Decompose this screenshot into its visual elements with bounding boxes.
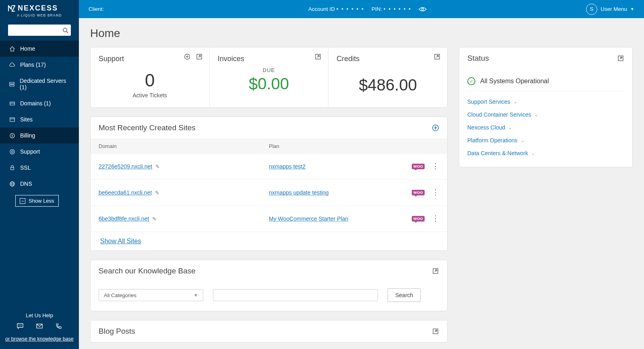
kebab-icon[interactable]: ⋮ — [432, 165, 439, 168]
popout-icon[interactable] — [196, 53, 203, 60]
kb-category-value: All Categories — [104, 292, 136, 298]
svg-point-16 — [19, 325, 19, 326]
popout-icon[interactable] — [432, 267, 439, 275]
home-icon — [9, 45, 15, 52]
nav-dns[interactable]: DNS — [0, 176, 79, 192]
svg-line-1 — [66, 31, 68, 33]
pencil-icon[interactable]: ✎ — [152, 216, 157, 222]
kb-search-button[interactable]: Search — [388, 288, 421, 302]
pencil-icon[interactable]: ✎ — [155, 164, 160, 170]
card-icon — [9, 100, 15, 107]
sidebar-search[interactable] — [8, 25, 71, 36]
status-item[interactable]: Support Services⌄ — [467, 95, 624, 108]
lifering-icon — [9, 148, 15, 155]
status-overall: ✓ All Systems Operational — [467, 75, 624, 91]
kebab-icon[interactable]: ⋮ — [432, 191, 439, 194]
caret-down-icon: ▼ — [630, 7, 634, 11]
section-title: Search our Knowledge Base — [99, 267, 196, 275]
popout-icon[interactable] — [617, 55, 624, 62]
nav: Home Plans (17) Dedicated Servers (1) Do… — [0, 41, 79, 307]
search-icon[interactable] — [62, 27, 68, 33]
status-item[interactable]: Cloud Container Services⌄ — [467, 108, 624, 121]
browse-kb-link[interactable]: or browse the knowledge base — [5, 336, 74, 342]
svg-rect-2 — [10, 82, 14, 84]
status-item[interactable]: Platform Operations⌄ — [467, 134, 624, 147]
invoice-amount: $0.00 — [218, 75, 320, 93]
due-label: DUE — [218, 67, 320, 73]
support-count: 0 — [99, 70, 201, 90]
logo: NEXCESS A LIQUID WEB BRAND — [0, 0, 79, 21]
site-domain-link[interactable]: 6be3bdf8fe.nxcli.net — [99, 216, 149, 222]
support-sublabel: Active Tickets — [99, 92, 201, 99]
section-title: Most Recently Created Sites — [99, 123, 196, 132]
status-item[interactable]: Data Centers & Network⌄ — [467, 147, 624, 160]
chat-icon[interactable] — [17, 322, 24, 330]
kb-category-select[interactable]: All Categories ▼ — [99, 289, 203, 301]
status-item[interactable]: Nexcess Cloud⌄ — [467, 121, 624, 134]
popout-icon[interactable] — [432, 328, 439, 335]
kb-search: Search our Knowledge Base All Categories… — [90, 260, 448, 311]
nav-plans[interactable]: Plans (17) — [0, 57, 79, 73]
nav-sites[interactable]: Sites — [0, 111, 79, 127]
chevron-down-icon: ⌄ — [508, 125, 512, 130]
site-plan-link[interactable]: nxmapps test2 — [269, 163, 305, 170]
nav-support[interactable]: Support — [0, 144, 79, 160]
cloud-icon — [9, 62, 15, 68]
chevron-down-icon: ⌄ — [531, 151, 535, 156]
svg-point-10 — [10, 149, 14, 154]
site-plan-link[interactable]: nxmapps update testing — [269, 189, 329, 196]
col-plan: Plan — [269, 143, 439, 149]
svg-point-0 — [63, 28, 66, 31]
check-circle-icon: ✓ — [467, 77, 475, 85]
nav-label: Plans (17) — [20, 62, 46, 68]
popout-icon[interactable] — [314, 53, 322, 60]
chevron-down-icon: ⌄ — [514, 99, 517, 105]
table-row: be6eecda61.nxcli.net ✎ nxmapps update te… — [91, 180, 447, 206]
kebab-icon[interactable]: ⋮ — [432, 217, 439, 220]
nav-label: Dedicated Servers (1) — [20, 78, 70, 90]
nav-dedicated[interactable]: Dedicated Servers (1) — [0, 73, 79, 95]
lock-icon — [9, 164, 15, 171]
avatar: S — [586, 4, 597, 15]
credit-amount: $486.00 — [336, 76, 439, 94]
table-header: Domain Plan — [91, 139, 447, 154]
sidebar-footer: Let Us Help or browse the knowledge base — [0, 307, 79, 349]
chevron-down-icon: ⌄ — [521, 138, 524, 143]
kb-search-input[interactable] — [213, 289, 378, 301]
site-domain-link[interactable]: 22726e5209.nxcli.net — [99, 163, 152, 170]
svg-point-17 — [20, 325, 21, 326]
nav-home[interactable]: Home — [0, 41, 79, 57]
dollar-icon: $ — [9, 132, 15, 139]
plus-icon[interactable] — [184, 53, 191, 60]
nav-label: Domains (1) — [20, 100, 51, 107]
woo-badge: WOO — [412, 164, 425, 169]
woo-badge: WOO — [412, 190, 425, 195]
recent-sites: Most Recently Created Sites Domain Plan … — [90, 117, 448, 251]
mail-icon[interactable] — [36, 322, 43, 330]
window-icon — [9, 116, 15, 123]
show-less-button[interactable]: − Show Less — [15, 195, 59, 207]
invoices-card: Invoices DUE $0.00 — [210, 47, 329, 107]
show-all-sites-link[interactable]: Show All Sites — [100, 238, 141, 244]
pencil-icon[interactable]: ✎ — [155, 190, 159, 196]
minus-icon: − — [20, 198, 25, 204]
support-card: Support 0 Active Tickets — [91, 47, 210, 107]
nav-billing[interactable]: $ Billing — [0, 127, 79, 144]
nav-ssl[interactable]: SSL — [0, 160, 79, 176]
reveal-icon[interactable] — [419, 6, 427, 12]
plus-icon[interactable] — [432, 124, 439, 131]
site-domain-link[interactable]: be6eecda61.nxcli.net — [99, 189, 152, 196]
nav-label: Support — [20, 148, 40, 155]
user-menu[interactable]: S User Menu ▼ — [586, 4, 634, 15]
credits-card: Credits $486.00 — [328, 47, 447, 107]
popout-icon[interactable] — [433, 53, 441, 60]
card-title: Invoices — [218, 55, 320, 63]
phone-icon[interactable] — [55, 322, 62, 330]
show-less-label: Show Less — [29, 198, 54, 204]
search-input[interactable] — [10, 27, 62, 33]
nav-label: Home — [20, 45, 35, 52]
nav-domains[interactable]: Domains (1) — [0, 95, 79, 111]
nav-label: Sites — [20, 116, 33, 123]
site-plan-link[interactable]: My WooCommerce Starter Plan — [269, 216, 348, 222]
server-icon — [9, 81, 15, 87]
